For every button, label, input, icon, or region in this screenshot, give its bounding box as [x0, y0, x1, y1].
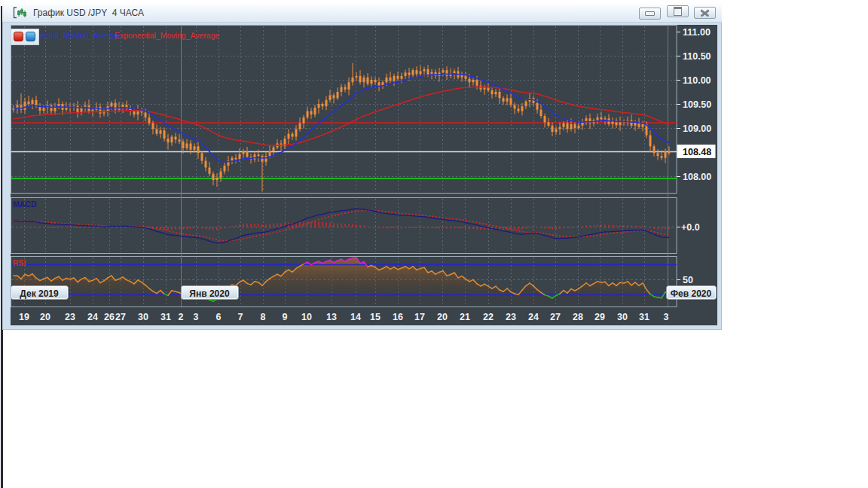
day-label: 26	[104, 312, 115, 322]
day-label: 15	[370, 312, 381, 322]
day-label: 19	[19, 312, 29, 322]
panel-border	[11, 198, 677, 254]
day-label: 31	[160, 312, 171, 322]
candlestick-chart-icon	[12, 7, 27, 19]
price-axis-label: 110.00	[683, 75, 711, 86]
indicator-toggle-red[interactable]	[14, 32, 23, 41]
rsi-mid-label: 50	[683, 275, 693, 285]
month-button[interactable]: Фев 2020	[667, 286, 717, 300]
close-icon	[701, 9, 709, 16]
macd-panel-label: MACD	[13, 200, 37, 209]
window-controls	[637, 5, 716, 20]
minimize-icon	[645, 11, 655, 16]
day-label: 29	[594, 312, 605, 322]
restore-button[interactable]	[667, 5, 689, 17]
day-label: 27	[115, 312, 126, 322]
current-price-value: 108.48	[683, 147, 711, 157]
rsi-panel-label: RSI	[13, 258, 26, 267]
panel-border	[11, 26, 677, 194]
chart-window: График USD /JPY 4 ЧАСА 111.00110.50110.0…	[2, 3, 722, 330]
day-label: 24	[87, 312, 98, 322]
close-button[interactable]	[694, 7, 716, 19]
month-button-label: Дек 2019	[20, 288, 59, 299]
window-titlebar[interactable]: График USD /JPY 4 ЧАСА	[2, 3, 722, 23]
macd-zero-label: +0.0	[681, 222, 700, 233]
day-label: 23	[65, 312, 75, 322]
day-label: 9	[283, 312, 288, 322]
time-axis: 1920232426273031236789101314151617202122…	[19, 312, 668, 322]
price-chart[interactable]: 111.00110.50110.00109.50109.00108.00+0.0…	[11, 25, 717, 325]
day-label: 28	[573, 312, 583, 322]
restore-icon	[674, 7, 682, 16]
indicator-toggle-blue[interactable]	[26, 32, 35, 41]
day-label: 6	[216, 312, 222, 322]
day-label: 30	[617, 312, 628, 322]
day-label: 3	[664, 312, 669, 322]
day-label: 30	[138, 312, 148, 322]
day-label: 22	[483, 312, 494, 322]
month-button[interactable]: Янв 2020	[182, 286, 239, 300]
day-label: 20	[437, 312, 448, 322]
chart-frame: 111.00110.50110.00109.50109.00108.00+0.0…	[2, 23, 722, 330]
ema-fast-legend: ential_Moving_Average	[40, 31, 123, 40]
day-label: 3	[194, 312, 199, 322]
day-label: 17	[414, 312, 425, 322]
price-axis-label: 109.50	[683, 99, 711, 110]
window-title: График USD /JPY 4 ЧАСА	[33, 8, 637, 18]
day-label: 20	[40, 312, 50, 322]
day-label: 2	[179, 312, 184, 322]
day-label: 23	[506, 312, 516, 322]
day-label: 10	[301, 312, 312, 322]
day-label: 7	[238, 312, 243, 322]
day-label: 21	[460, 312, 470, 322]
price-axis-label: 108.00	[683, 172, 711, 182]
price-axis-label: 109.00	[683, 124, 711, 134]
desktop-background: График USD /JPY 4 ЧАСА 111.00110.50110.0…	[0, 0, 868, 488]
month-button[interactable]: Дек 2019	[11, 286, 69, 300]
price-axis-label: 110.50	[683, 51, 711, 62]
month-button-label: Фев 2020	[671, 288, 712, 299]
price-axis-label: 111.00	[683, 27, 711, 38]
day-label: 24	[528, 312, 539, 322]
current-price-marker: 108.48	[677, 145, 716, 158]
day-label: 31	[639, 312, 649, 322]
chart-area: 111.00110.50110.00109.50109.00108.00+0.0…	[11, 25, 717, 325]
day-label: 13	[326, 312, 337, 322]
month-button-label: Янв 2020	[189, 288, 230, 299]
day-label: 8	[261, 312, 266, 322]
ema-slow-legend: Exponential_Moving_Average	[115, 31, 219, 40]
indicator-buttons	[11, 29, 39, 45]
day-label: 14	[350, 312, 361, 322]
day-label: 16	[393, 312, 403, 322]
minimize-button[interactable]	[639, 8, 661, 20]
day-label: 27	[550, 312, 561, 322]
